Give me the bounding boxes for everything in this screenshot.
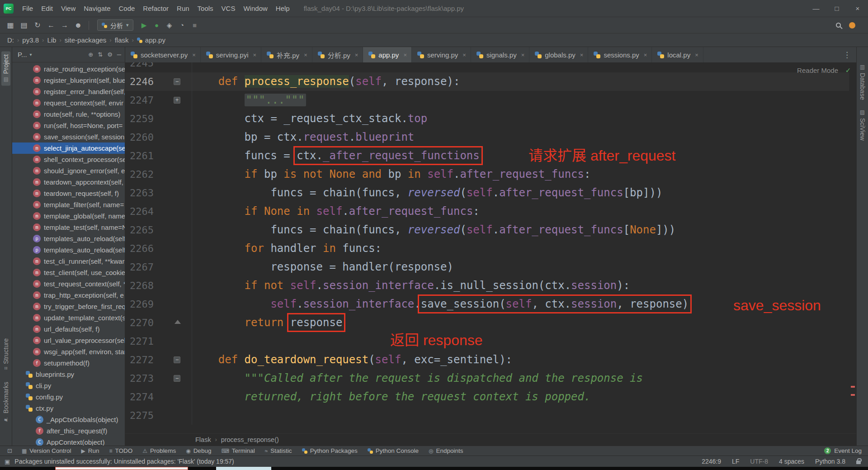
structure-item[interactable]: fsetupmethod(f) bbox=[12, 357, 125, 369]
toolwindow-todo[interactable]: ≡TODO bbox=[104, 446, 138, 456]
locate-icon[interactable]: ⊕ bbox=[88, 51, 93, 58]
structure-item[interactable]: mteardown_appcontext(self, bbox=[12, 176, 125, 188]
toolwindow-statistic[interactable]: ≈Statistic bbox=[260, 446, 297, 456]
toolwindow-terminal[interactable]: ⌨Terminal bbox=[216, 446, 259, 456]
toolwindow-python-packages[interactable]: Python Packages bbox=[297, 446, 363, 456]
structure-item[interactable]: ctx.py bbox=[12, 403, 125, 414]
structure-item[interactable]: murl_value_preprocessor(self bbox=[12, 335, 125, 346]
menu-file[interactable]: File bbox=[18, 0, 37, 17]
structure-item[interactable]: mtest_client(self, use_cookies bbox=[12, 267, 125, 278]
tab-servingpy[interactable]: serving.py× bbox=[412, 47, 471, 62]
structure-item[interactable]: CAppContext(object) bbox=[12, 437, 125, 446]
stripe-button-project[interactable]: ▤Project bbox=[1, 52, 10, 86]
structure-item[interactable]: mtry_trigger_before_first_req bbox=[12, 301, 125, 312]
tab-close-icon[interactable]: × bbox=[403, 52, 407, 58]
inspections-ok-icon[interactable]: ✓ bbox=[846, 66, 850, 75]
tab-close-icon[interactable]: × bbox=[355, 52, 359, 58]
structure-item[interactable]: C_AppCtxGlobals(object) bbox=[12, 414, 125, 425]
structure-item[interactable]: mrequest_context(self, envir bbox=[12, 97, 125, 109]
tab-close-icon[interactable]: × bbox=[304, 52, 307, 58]
tab-close-icon[interactable]: × bbox=[695, 52, 698, 58]
tab-py[interactable]: 补充.py× bbox=[261, 47, 312, 62]
menu-window[interactable]: Window bbox=[239, 0, 271, 17]
structure-item[interactable]: mselect_jinja_autoescape(sel bbox=[12, 142, 125, 154]
structure-item[interactable]: mupdate_template_context(s bbox=[12, 312, 125, 323]
stop-button[interactable]: ■ bbox=[189, 21, 201, 29]
tab-close-icon[interactable]: × bbox=[462, 52, 466, 58]
breadcrumb-apppy[interactable]: app.py bbox=[137, 36, 165, 44]
tab-globalspy[interactable]: globals.py× bbox=[529, 47, 588, 62]
user-icon[interactable]: ☻ bbox=[71, 21, 85, 29]
project-view-selector[interactable]: P... ▾ bbox=[18, 51, 32, 58]
structure-item[interactable]: mtest_cli_runner(self, **kwarg bbox=[12, 256, 125, 267]
menu-run[interactable]: Run bbox=[173, 0, 193, 17]
tab-servingpyi[interactable]: serving.pyi× bbox=[201, 47, 261, 62]
run-coverage-button[interactable]: ◈ bbox=[163, 21, 176, 29]
structure-item[interactable]: mshell_context_processor(se bbox=[12, 154, 125, 165]
forward-icon[interactable]: → bbox=[58, 21, 71, 29]
tab-close-icon[interactable]: × bbox=[192, 52, 196, 58]
status-message[interactable]: Packages uninstalled successfully: Unins… bbox=[14, 458, 234, 465]
hidden-tabs-icon[interactable]: ⋮ bbox=[838, 50, 856, 60]
back-icon[interactable]: ← bbox=[44, 21, 58, 29]
fold-expand-icon[interactable]: + bbox=[174, 97, 180, 104]
structure-item[interactable]: ptemplates_auto_reload(self bbox=[12, 233, 125, 244]
structure-item[interactable]: msave_session(self, session, r bbox=[12, 131, 125, 142]
structure-item[interactable]: mregister_blueprint(self, blue bbox=[12, 75, 125, 86]
structure-item[interactable]: config.py bbox=[12, 391, 125, 403]
tab-close-icon[interactable]: × bbox=[253, 52, 257, 58]
interpreter[interactable]: Python 3.8 bbox=[815, 458, 845, 465]
stripe-button-sciview[interactable]: ▨SciView bbox=[859, 109, 866, 141]
hide-icon[interactable]: ─ bbox=[117, 51, 121, 58]
toolwindow-version-control[interactable]: ▦Version Control bbox=[17, 446, 76, 456]
structure-item[interactable]: mtemplate_test(self, name=N bbox=[12, 222, 125, 233]
structure-item[interactable]: fafter_this_request(f) bbox=[12, 425, 125, 437]
caret-position[interactable]: 2246:9 bbox=[702, 458, 721, 465]
tab-socketserverpy[interactable]: socketserver.py× bbox=[125, 47, 201, 62]
structure-item[interactable]: mteardown_request(self, f) bbox=[12, 188, 125, 199]
settings-icon[interactable]: ⚙ bbox=[107, 51, 113, 58]
maximize-button[interactable]: □ bbox=[826, 0, 847, 17]
tool-window-stack-icon[interactable]: ⊡ bbox=[3, 447, 17, 454]
breadcrumb-class[interactable]: Flask bbox=[195, 436, 211, 443]
tab-apppy[interactable]: app.py× bbox=[363, 47, 412, 62]
expand-collapse-icon[interactable]: ⇅ bbox=[98, 51, 103, 58]
fold-end-icon[interactable] bbox=[175, 320, 181, 324]
menu-refactor[interactable]: Refactor bbox=[139, 0, 173, 17]
structure-item[interactable]: murl_defaults(self, f) bbox=[12, 323, 125, 335]
breadcrumb-py38[interactable]: py3.8 bbox=[22, 36, 39, 44]
structure-item[interactable]: blueprints.py bbox=[12, 369, 125, 380]
toolwindow-problems[interactable]: ⚠Problems bbox=[137, 446, 181, 456]
structure-item[interactable]: mshould_ignore_error(self, e bbox=[12, 165, 125, 176]
structure-item[interactable]: mtemplate_global(self, name bbox=[12, 210, 125, 222]
tab-localpy[interactable]: local.py× bbox=[652, 47, 703, 62]
fold-collapse-icon[interactable]: − bbox=[174, 375, 180, 382]
structure-item[interactable]: mtrap_http_exception(self, e bbox=[12, 290, 125, 301]
fold-collapse-icon[interactable]: − bbox=[174, 78, 180, 85]
search-everywhere-icon[interactable] bbox=[836, 23, 841, 28]
toolwindow-debug[interactable]: ◉Debug bbox=[181, 446, 216, 456]
minimize-button[interactable]: — bbox=[806, 0, 826, 17]
menu-code[interactable]: Code bbox=[114, 0, 139, 17]
toolwindow-python-console[interactable]: Python Console bbox=[363, 446, 424, 456]
breadcrumb-Lib[interactable]: Lib bbox=[47, 36, 56, 44]
indent-style[interactable]: 4 spaces bbox=[779, 458, 804, 465]
structure-item[interactable]: mregister_error_handler(self, bbox=[12, 86, 125, 97]
debug-button[interactable]: ● bbox=[151, 21, 163, 29]
tab-close-icon[interactable]: × bbox=[644, 52, 647, 58]
tab-close-icon[interactable]: × bbox=[521, 52, 525, 58]
structure-item[interactable]: mwsgi_app(self, environ, star bbox=[12, 346, 125, 357]
menu-navigate[interactable]: Navigate bbox=[80, 0, 114, 17]
update-notification-icon[interactable] bbox=[849, 22, 855, 28]
structure-item[interactable]: ptemplates_auto_reload(self bbox=[12, 244, 125, 256]
open-project-icon[interactable]: ▦ bbox=[4, 21, 17, 29]
tab-py[interactable]: 分析.py× bbox=[312, 47, 363, 62]
structure-item[interactable]: mtemplate_filter(self, name= bbox=[12, 199, 125, 210]
breadcrumb-sitepackages[interactable]: site-packages bbox=[65, 36, 107, 44]
close-button[interactable]: × bbox=[847, 0, 868, 17]
menu-edit[interactable]: Edit bbox=[37, 0, 57, 17]
lock-icon[interactable] bbox=[856, 461, 861, 464]
menu-vcs[interactable]: VCS bbox=[217, 0, 240, 17]
toolwindow-event-log[interactable]: 2 Event Log bbox=[824, 447, 862, 454]
code-editor[interactable]: Reader Mode ✓ 22452246− def process_resp… bbox=[125, 62, 856, 433]
